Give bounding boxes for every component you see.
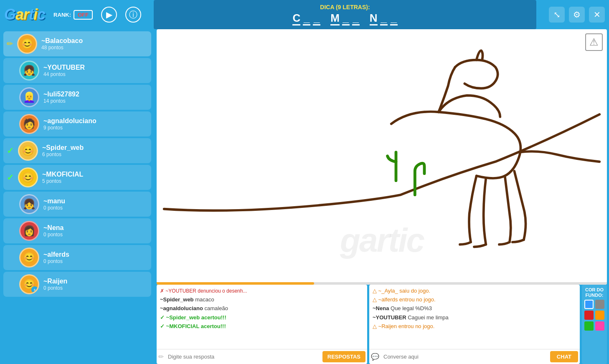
player-row: 😊 ~alferds 0 pontos bbox=[3, 245, 151, 270]
rank-label: RANK: bbox=[53, 12, 71, 18]
color-panel: COR DOFUNDO: bbox=[582, 285, 607, 364]
player-row: ✏ 😊 ~Balacobaco 48 pontos bbox=[3, 31, 151, 56]
expand-icon: ⤡ bbox=[553, 10, 561, 20]
player-row: 🧑 ~agnaldoluciano 9 pontos bbox=[3, 111, 151, 136]
hint-dash-3: _ bbox=[342, 12, 350, 25]
expand-button[interactable]: ⤡ bbox=[549, 7, 565, 23]
player-info: ~Balacobaco 48 pontos bbox=[41, 37, 148, 51]
check-icon: ✓ bbox=[7, 172, 14, 182]
hint-letters: C _ _ M _ _ N _ _ bbox=[292, 12, 397, 25]
warning-button[interactable]: ⚠ bbox=[585, 33, 603, 51]
chat-message: △ ~Raijen entrou no jogo. bbox=[373, 323, 576, 330]
chat-message: ✓ ~MKOFICIAL acertou!!! bbox=[160, 323, 364, 330]
hint-dash-5: _ bbox=[380, 12, 388, 25]
player-points: 0 pontos bbox=[43, 232, 148, 238]
message-text: △ ~Raijen entrou no jogo. bbox=[373, 323, 434, 329]
color-swatch-green[interactable] bbox=[584, 321, 594, 331]
message-text: △ ~_Ayla_ saiu do jogo. bbox=[373, 288, 430, 294]
hint-title: DICA (9 LETRAS): bbox=[320, 4, 370, 10]
pencil-icon: ✏ bbox=[7, 39, 13, 48]
player-row: 😊 + ~Raijen 0 pontos bbox=[3, 272, 151, 297]
chat-message: ~Nena Que legal %D%3 bbox=[373, 305, 576, 312]
settings-button[interactable]: ⚙ bbox=[569, 7, 585, 23]
chat-right: △ ~_Ayla_ saiu do jogo. △ ~alferds entro… bbox=[369, 285, 580, 364]
avatar: 😊 + bbox=[19, 274, 39, 294]
player-points: 5 pontos bbox=[42, 178, 148, 184]
hint-letter-2: M bbox=[330, 12, 340, 25]
color-swatch-pink[interactable] bbox=[595, 321, 604, 331]
close-icon: ✕ bbox=[594, 10, 601, 20]
avatar: 👱‍♀️ bbox=[19, 87, 39, 107]
player-row: 👧 ~YOUTUBER 44 pontos bbox=[3, 58, 151, 83]
message-name: ~YOUTUBER bbox=[373, 314, 406, 321]
hint-dash-2: _ bbox=[313, 12, 320, 25]
player-info: ~manu 0 pontos bbox=[43, 197, 148, 211]
player-name: ~Spider_web bbox=[42, 144, 148, 152]
chat-message: ~agnaldoluciano camaleão bbox=[160, 305, 364, 312]
player-info: ~Spider_web 6 pontos bbox=[42, 144, 148, 157]
logo: Gartic bbox=[4, 6, 45, 23]
player-info: ~agnaldoluciano 9 pontos bbox=[43, 117, 148, 131]
info-icon: ⓘ bbox=[129, 9, 137, 20]
info-button[interactable]: ⓘ bbox=[125, 7, 141, 23]
message-text: Que legal %D%3 bbox=[391, 305, 432, 311]
avatar: 👩 bbox=[19, 221, 39, 241]
hint-letter-3: N bbox=[370, 12, 378, 25]
avatar: 😊 bbox=[18, 141, 38, 161]
chat-message: △ ~alferds entrou no jogo. bbox=[373, 296, 576, 303]
rank-value: OFF bbox=[74, 10, 93, 20]
hint-letter-1: C bbox=[292, 12, 300, 25]
close-button[interactable]: ✕ bbox=[589, 7, 605, 23]
player-row: 👩 ~Nena 0 pontos bbox=[3, 218, 151, 243]
answer-input[interactable] bbox=[165, 352, 321, 361]
message-text: camaleão bbox=[205, 305, 228, 311]
message-text: Caguei me limpa bbox=[408, 314, 449, 321]
message-text: ✗ ~YOUTUBER denunciou o desenh... bbox=[160, 288, 247, 294]
player-info: ~MKOFICIAL 5 pontos bbox=[42, 171, 148, 184]
color-swatch-blue[interactable] bbox=[584, 300, 594, 309]
chat-input-icon: 💬 bbox=[371, 353, 379, 361]
chat-input[interactable] bbox=[381, 352, 548, 361]
player-name: ~alferds bbox=[43, 251, 148, 258]
player-row: ✓ 😊 ~MKOFICIAL 5 pontos bbox=[3, 165, 151, 190]
play-icon: ▶ bbox=[106, 10, 112, 20]
play-button[interactable]: ▶ bbox=[101, 7, 117, 23]
color-swatch-orange[interactable] bbox=[595, 311, 604, 320]
hint-dash-6: _ bbox=[390, 12, 398, 25]
rank-section: RANK: OFF bbox=[53, 10, 93, 20]
player-points: 9 pontos bbox=[43, 125, 148, 131]
message-name: ~agnaldoluciano bbox=[160, 305, 203, 311]
player-name: ~luli527892 bbox=[43, 91, 148, 98]
drawing-canvas bbox=[157, 29, 607, 285]
avatar: 😊 bbox=[17, 34, 37, 54]
player-name: ~YOUTUBER bbox=[43, 64, 148, 71]
settings-icon: ⚙ bbox=[573, 10, 581, 20]
message-name: ~Nena bbox=[373, 305, 389, 311]
player-info: ~Raijen 0 pontos bbox=[43, 278, 148, 291]
top-bar: Gartic RANK: OFF ▶ ⓘ DICA (9 LETRAS): C … bbox=[0, 0, 609, 29]
center-area: ⚠ gartic ✗ ~YOUTUBER denunciou o desenh.… bbox=[155, 29, 609, 364]
chat-left-messages: ✗ ~YOUTUBER denunciou o desenh... ~Spide… bbox=[157, 285, 367, 349]
avatar: 😊 bbox=[19, 248, 39, 268]
respostas-button[interactable]: RESPOSTAS bbox=[322, 351, 365, 362]
color-grid bbox=[584, 300, 604, 331]
player-points: 14 pontos bbox=[43, 98, 148, 104]
chat-button[interactable]: CHAT bbox=[550, 351, 578, 362]
player-points: 0 pontos bbox=[43, 285, 148, 291]
player-info: ~alferds 0 pontos bbox=[43, 251, 148, 264]
player-row: 👱‍♀️ ~luli527892 14 pontos bbox=[3, 85, 151, 110]
chat-message: ~Spider_web macaco bbox=[160, 296, 364, 303]
color-swatch-gray[interactable] bbox=[595, 300, 604, 309]
main-layout: ✏ 😊 ~Balacobaco 48 pontos 👧 ~YOUTUBER 44… bbox=[0, 29, 609, 364]
chat-input-row: 💬 CHAT bbox=[369, 349, 580, 364]
player-info: ~YOUTUBER 44 pontos bbox=[43, 64, 148, 77]
color-label: COR DOFUNDO: bbox=[585, 287, 604, 298]
player-name: ~agnaldoluciano bbox=[43, 117, 148, 125]
chat-right-messages: △ ~_Ayla_ saiu do jogo. △ ~alferds entro… bbox=[369, 285, 580, 349]
player-points: 0 pontos bbox=[43, 205, 148, 211]
player-info: ~Nena 0 pontos bbox=[43, 224, 148, 238]
left-sidebar: ✏ 😊 ~Balacobaco 48 pontos 👧 ~YOUTUBER 44… bbox=[0, 29, 155, 364]
chat-message: △ ~_Ayla_ saiu do jogo. bbox=[373, 287, 576, 295]
color-swatch-red[interactable] bbox=[584, 311, 594, 320]
player-row: ✓ 😊 ~Spider_web 6 pontos bbox=[3, 138, 151, 163]
